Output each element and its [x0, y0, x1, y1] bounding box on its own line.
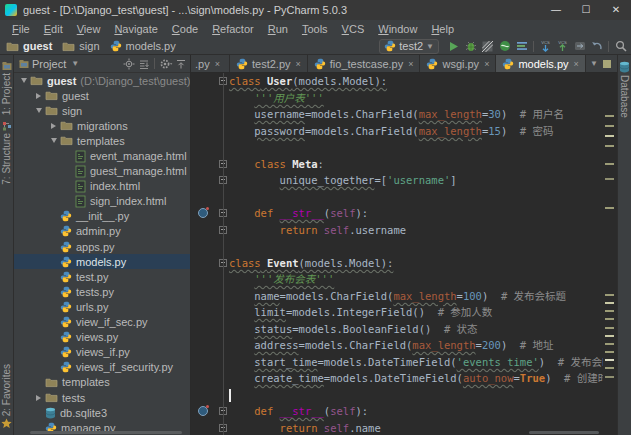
tab-wsgi-py[interactable]: wsgi.py×	[420, 55, 496, 72]
tree-item-guest[interactable]: guest(D:\Django_test\guest)	[14, 73, 190, 88]
menu-refactor[interactable]: Refactor	[205, 23, 261, 35]
debug-button[interactable]	[462, 39, 479, 54]
tree-collapse-arrow-icon[interactable]	[18, 78, 29, 83]
breadcrumb-guest[interactable]: guest	[6, 40, 52, 52]
tab-test2-py[interactable]: test2.py×	[230, 55, 308, 72]
tree-item-tests[interactable]: tests	[14, 390, 190, 405]
py-icon	[60, 316, 72, 328]
project-tree: guest(D:\Django_test\guest)guestsignmigr…	[14, 73, 190, 435]
breadcrumb-sign[interactable]: sign	[62, 40, 99, 52]
tab-close-icon[interactable]: ×	[215, 59, 220, 69]
tree-item-guest[interactable]: guest	[14, 88, 190, 103]
toolbar: guestsignmodels.py test2 ▼ VCSVCS	[0, 38, 631, 55]
collapse-all-button[interactable]	[136, 57, 151, 71]
tree-expand-arrow-icon[interactable]	[33, 395, 44, 401]
tab-close-icon[interactable]: ×	[408, 59, 413, 69]
py-icon	[110, 40, 122, 52]
run-with-coverage-button[interactable]	[479, 39, 496, 54]
tree-item-sign-index-html[interactable]: sign_index.html	[14, 194, 190, 209]
close-button[interactable]: ✕	[601, 0, 631, 20]
analysis-mark	[605, 163, 614, 165]
tree-item-event-manage-html[interactable]: event_manage.html	[14, 148, 190, 163]
folder-icon	[62, 41, 75, 52]
run-button[interactable]	[445, 39, 462, 54]
tree-expand-arrow-icon[interactable]	[48, 123, 59, 129]
tree-item-migrations[interactable]: migrations	[14, 118, 190, 133]
chevron-down-icon[interactable]: ▼	[71, 59, 79, 68]
tree-collapse-arrow-icon[interactable]	[48, 138, 59, 143]
menu-vcs[interactable]: VCS	[335, 23, 372, 35]
tree-item-sign[interactable]: sign	[14, 103, 190, 118]
tree-item-label: views_if.py	[76, 346, 130, 358]
tool-stripe-7-structure[interactable]: 7: Structure	[1, 119, 12, 185]
inspection-indicator-icon[interactable]	[603, 60, 611, 68]
menu-view[interactable]: View	[70, 23, 108, 35]
tree-item-urls-py[interactable]: urls.py	[14, 299, 190, 314]
vcs-update-button[interactable]: VCS	[537, 39, 554, 54]
profile-button[interactable]	[496, 39, 513, 54]
locate-file-button[interactable]	[121, 57, 136, 71]
run-configuration-selector[interactable]: test2 ▼	[379, 39, 439, 54]
override-method-icon[interactable]	[198, 208, 208, 218]
menu-edit[interactable]: Edit	[37, 23, 70, 35]
tab-close-icon[interactable]: ×	[484, 59, 489, 69]
tree-collapse-arrow-icon[interactable]	[33, 108, 44, 113]
tree-item-models-py[interactable]: models.py	[14, 254, 190, 269]
menu-window[interactable]: Window	[371, 23, 424, 35]
tree-item-tests-py[interactable]: tests.py	[14, 284, 190, 299]
tree-item-db-sqlite3[interactable]: db.sqlite3	[14, 405, 190, 420]
python-icon	[502, 58, 514, 70]
code-area[interactable]: class User(models.Model): '''用户表''' user…	[227, 73, 603, 435]
tab-close-icon[interactable]: ×	[296, 59, 301, 69]
tree-item-index-html[interactable]: index.html	[14, 179, 190, 194]
editor-horizontal-scrollbar[interactable]	[529, 431, 599, 434]
vcs-commit-button[interactable]: VCS	[554, 39, 571, 54]
minimize-button[interactable]: —	[541, 0, 571, 20]
editor[interactable]: class User(models.Model): '''用户表''' user…	[191, 73, 617, 435]
py-icon	[60, 271, 72, 283]
tree-item-templates[interactable]: templates	[14, 375, 190, 390]
tree-item-init-py[interactable]: __init__.py	[14, 209, 190, 224]
tree-expand-arrow-icon[interactable]	[33, 93, 44, 99]
tab-close-icon[interactable]: ×	[574, 59, 579, 69]
maximize-button[interactable]: ☐	[571, 0, 601, 20]
breadcrumb-models-py[interactable]: models.py	[110, 40, 176, 52]
tree-item-views-if-py[interactable]: views_if.py	[14, 345, 190, 360]
menu-file[interactable]: File	[5, 23, 37, 35]
menu-help[interactable]: Help	[424, 23, 461, 35]
project-horizontal-scrollbar[interactable]	[30, 431, 182, 434]
tree-item-templates[interactable]: templates	[14, 133, 190, 148]
override-method-icon[interactable]	[198, 406, 208, 416]
tab-py[interactable]: .py×	[191, 55, 230, 72]
search-everywhere-button[interactable]	[612, 39, 629, 54]
menu-tools[interactable]: Tools	[295, 23, 335, 35]
settings-gear-button[interactable]	[158, 57, 173, 71]
tree-item-views-if-security-py[interactable]: views_if_security.py	[14, 360, 190, 375]
project-panel-title[interactable]: Project	[32, 58, 66, 70]
tree-item-guest-manage-html[interactable]: guest_manage.html	[14, 164, 190, 179]
tree-item-views-py[interactable]: views.py	[14, 330, 190, 345]
code-line	[229, 139, 603, 156]
tool-stripe-1-project[interactable]: 1: Project	[1, 59, 12, 115]
error-stripe[interactable]	[603, 73, 617, 435]
tool-stripe-database[interactable]: Database	[619, 59, 630, 118]
menu-code[interactable]: Code	[165, 23, 205, 35]
tree-item-apps-py[interactable]: apps.py	[14, 239, 190, 254]
pycharm-logo-icon	[5, 4, 17, 16]
analysis-mark	[605, 327, 614, 329]
undo-button[interactable]	[588, 39, 605, 54]
show-changes-button[interactable]	[571, 39, 588, 54]
tool-stripe-2-favorites[interactable]: 2: Favorites	[1, 364, 12, 431]
tree-item-test-py[interactable]: test.py	[14, 269, 190, 284]
tab-fio-testcase-py[interactable]: fio_testcase.py×	[308, 55, 421, 72]
analysis-mark	[605, 376, 614, 378]
code-line: def __str__(self):	[229, 403, 603, 420]
hide-panel-button[interactable]	[173, 57, 188, 71]
menu-run[interactable]: Run	[261, 23, 295, 35]
tree-item-view-if-sec-py[interactable]: view_if_sec.py	[14, 315, 190, 330]
edit-configurations-button[interactable]	[513, 39, 530, 54]
menu-navigate[interactable]: Navigate	[107, 23, 164, 35]
tree-item-admin-py[interactable]: admin.py	[14, 224, 190, 239]
tab-models-py[interactable]: models.py×	[496, 55, 585, 72]
tab-list-dropdown-icon[interactable]: ▼	[590, 59, 598, 68]
